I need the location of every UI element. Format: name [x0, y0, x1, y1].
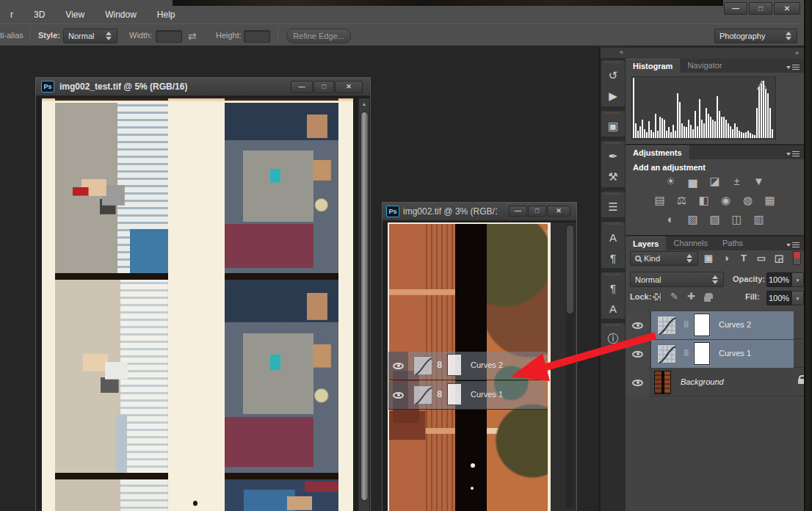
character-styles-panel-icon[interactable]: A	[601, 298, 625, 319]
main-doc-scrollbar[interactable]: ▲	[358, 98, 369, 511]
main-doc-titlebar[interactable]: Ps img002_test.tif @ 5% (RGB/16) — □ ✕	[36, 78, 370, 96]
dock-collapse-header[interactable]: »	[626, 48, 804, 59]
refine-edge-button[interactable]: Refine Edge...	[286, 29, 351, 43]
layer-name[interactable]: Curves 2	[719, 320, 751, 329]
scroll-up-icon[interactable]: ▲	[359, 100, 369, 109]
close-button[interactable]: ✕	[774, 2, 800, 15]
eye-icon[interactable]	[632, 351, 643, 358]
tab-histogram[interactable]: Histogram	[626, 59, 680, 73]
black-white-icon[interactable]: ◧	[697, 194, 711, 207]
lock-transparency-icon[interactable]	[652, 292, 661, 302]
visibility-cell[interactable]	[626, 369, 650, 396]
photo-filter-icon[interactable]: ◉	[719, 194, 733, 207]
gradient-map-icon[interactable]: ◫	[730, 213, 744, 226]
visibility-cell[interactable]	[626, 311, 650, 339]
fill-dropdown-arrow[interactable]: ▼	[791, 291, 804, 305]
doc-close-button[interactable]: ✕	[547, 206, 570, 217]
layer-filter-kind-dropdown[interactable]: Kind	[630, 251, 698, 266]
fill-value[interactable]: 100%	[766, 291, 791, 305]
layer-name[interactable]: Background	[681, 377, 724, 386]
eye-icon[interactable]	[632, 322, 643, 329]
mask-link-icon[interactable]: 8	[684, 319, 689, 330]
panel-menu-icon[interactable]	[786, 63, 800, 71]
width-input[interactable]	[156, 30, 182, 43]
workspace-dropdown[interactable]: Photography	[714, 29, 797, 43]
paragraph-styles-panel-icon[interactable]: ¶	[601, 278, 625, 298]
layer-mask-thumbnail[interactable]	[694, 342, 710, 365]
tab-layers[interactable]: Layers	[626, 236, 666, 250]
eye-icon[interactable]	[632, 380, 643, 386]
brush-presets-panel-icon[interactable]: ✒	[601, 146, 625, 167]
layer-name[interactable]: Curves 1	[719, 349, 751, 358]
opacity-value[interactable]: 100%	[766, 272, 791, 287]
layer-row-curves-2[interactable]: 8 Curves 2	[626, 311, 804, 339]
swap-dimensions-icon[interactable]: ⇄	[188, 30, 197, 42]
hue-saturation-icon[interactable]: ▤	[653, 194, 667, 207]
float-doc-scrollbar[interactable]	[566, 224, 574, 509]
doc-minimize-button[interactable]: —	[509, 206, 527, 217]
3d-panel-icon[interactable]: ▣	[601, 116, 625, 137]
histogram-warning-icon[interactable]: ⚠	[756, 79, 767, 92]
scrollbar-thumb[interactable]	[360, 112, 369, 501]
tab-adjustments[interactable]: Adjustments	[626, 145, 689, 159]
adjustment-layer-filter-icon[interactable]: ◑	[721, 252, 731, 264]
color-lookup-icon[interactable]: ▦	[763, 194, 777, 207]
layer-mask-thumbnail[interactable]	[694, 314, 710, 336]
selective-color-icon[interactable]: ▥	[752, 213, 766, 226]
document-window-main[interactable]: Ps img002_test.tif @ 5% (RGB/16) — □ ✕	[35, 77, 371, 511]
smart-object-filter-icon[interactable]: ◲	[774, 252, 784, 264]
invert-icon[interactable]: ◐	[664, 213, 678, 226]
blend-mode-dropdown[interactable]: Normal	[630, 272, 724, 287]
scrollbar-thumb[interactable]	[567, 225, 573, 314]
doc-maximize-button[interactable]: □	[528, 206, 546, 217]
document-window-floating[interactable]: Ps img002.tif @ 3% (RGB/1... — □ ✕	[382, 202, 577, 511]
mask-link-icon[interactable]: 8	[684, 347, 689, 358]
panel-menu-icon[interactable]	[786, 241, 800, 249]
visibility-cell[interactable]	[626, 340, 650, 368]
history-panel-icon[interactable]: ↺	[601, 65, 625, 86]
menu-item-window[interactable]: Window	[95, 6, 147, 23]
pixel-layer-filter-icon[interactable]: ▣	[703, 252, 714, 264]
posterize-icon[interactable]: ▨	[686, 213, 700, 226]
doc-minimize-button[interactable]: —	[291, 81, 313, 93]
layer-row-background[interactable]: Background	[626, 369, 804, 396]
layer-filter-toggle[interactable]	[793, 251, 801, 265]
maximize-button[interactable]: □	[749, 2, 772, 15]
tab-paths[interactable]: Paths	[715, 236, 750, 250]
brightness-contrast-icon[interactable]: ☀	[664, 175, 678, 188]
layer-comps-panel-icon[interactable]: ☰	[601, 197, 625, 217]
channel-mixer-icon[interactable]: ◍	[741, 194, 755, 207]
tab-navigator[interactable]: Navigator	[680, 59, 729, 73]
lock-move-icon[interactable]: ✚	[687, 291, 695, 302]
shape-layer-filter-icon[interactable]: ▭	[756, 252, 766, 264]
lock-paint-icon[interactable]: ✎	[670, 291, 678, 302]
height-input[interactable]	[244, 30, 270, 43]
character-panel-icon[interactable]: A	[601, 227, 625, 247]
main-canvas[interactable]	[42, 98, 353, 511]
curves-icon[interactable]: ◪	[708, 175, 722, 188]
tab-channels[interactable]: Channels	[666, 236, 714, 250]
collapse-rail-header[interactable]: «	[601, 48, 626, 58]
style-dropdown[interactable]: Normal	[63, 29, 117, 43]
layer-row-curves-1[interactable]: 8 Curves 1	[626, 340, 804, 368]
paragraph-panel-icon[interactable]: ¶	[601, 247, 625, 268]
doc-maximize-button[interactable]: □	[313, 81, 334, 93]
menu-item-help[interactable]: Help	[147, 6, 186, 23]
actions-panel-icon[interactable]: ▶	[601, 86, 625, 106]
menu-item-partial[interactable]: r	[0, 6, 23, 23]
levels-icon[interactable]: ▅	[686, 175, 700, 188]
doc-close-button[interactable]: ✕	[335, 81, 363, 93]
info-panel-icon[interactable]: ⓘ	[601, 328, 625, 349]
type-layer-filter-icon[interactable]: T	[739, 252, 749, 264]
threshold-icon[interactable]: ▧	[708, 213, 722, 226]
exposure-icon[interactable]: ±	[730, 175, 744, 188]
background-layer-thumbnail[interactable]	[654, 371, 671, 394]
lock-all-icon[interactable]	[704, 297, 711, 302]
menu-item-view[interactable]: View	[55, 6, 95, 23]
vibrance-icon[interactable]: ▼	[752, 175, 766, 188]
color-balance-icon[interactable]: ⚖	[675, 194, 689, 207]
curves-adjustment-icon[interactable]	[657, 344, 676, 363]
clone-source-panel-icon[interactable]: ⚒	[601, 167, 625, 187]
menu-item-3d[interactable]: 3D	[23, 6, 55, 23]
panel-menu-icon[interactable]	[786, 150, 800, 158]
